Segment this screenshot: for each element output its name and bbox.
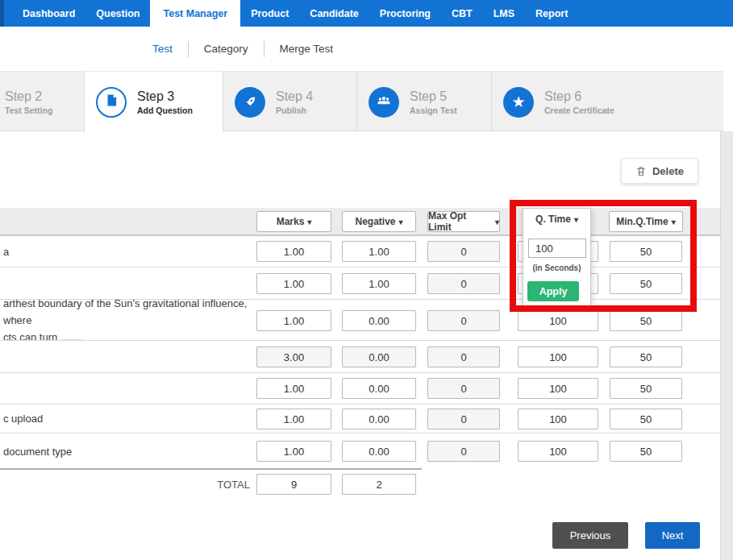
max-opt-input[interactable] [427,441,500,462]
marks-input[interactable] [256,441,331,462]
total-marks-value [256,474,331,495]
q-time-filter-button[interactable]: Q. Time▾ [523,214,590,225]
question-text: arthest boundary of the Sun's gravitatio… [3,300,250,340]
max-opt-input[interactable] [427,273,500,294]
total-negative-value [342,474,416,495]
chevron-down-icon: ▾ [495,218,499,226]
q-time-bulk-input[interactable] [528,239,586,258]
question-text: document type [3,433,250,469]
marks-input[interactable] [256,409,331,429]
next-button[interactable]: Next [645,522,700,549]
step-4-circle [235,87,265,118]
step-6-create-certificate[interactable]: ★ Step 6 Create Certificate [492,72,723,132]
nav-item-product[interactable]: Product [240,0,299,27]
apply-button[interactable]: Apply [527,281,579,301]
step-title: Step 3 [137,89,193,104]
marks-input[interactable] [256,310,331,331]
step-6-circle: ★ [503,87,534,118]
nav-item-lms[interactable]: LMS [483,0,525,27]
min-q-time-input[interactable] [610,310,682,331]
step-title: Step 4 [276,89,313,104]
negative-input[interactable] [342,346,416,367]
marks-input[interactable] [256,273,331,294]
q-time-input[interactable] [518,378,598,399]
min-q-time-filter-button[interactable]: Min.Q.Time▾ [609,211,683,232]
step-4-publish[interactable]: Step 4 Publish [223,72,357,132]
q-time-input[interactable] [518,310,598,331]
q-time-dropdown-popup: Q. Time▾ (in Seconds) Apply [523,208,591,307]
total-label: TOTAL [185,474,250,495]
q-time-header-label: Q. Time [535,214,571,225]
nav-item-cbt[interactable]: CBT [441,0,483,27]
min-q-time-input[interactable] [610,378,682,399]
nav-item-proctoring[interactable]: Proctoring [369,0,441,27]
max-opt-input[interactable] [427,241,500,262]
negative-input[interactable] [342,310,416,331]
step-2-test-setting[interactable]: Step 2 Test Setting [0,72,85,132]
document-icon [105,93,119,110]
min-q-time-input[interactable] [610,346,682,367]
negative-input[interactable] [342,241,416,262]
marks-filter-button[interactable]: Marks▾ [256,211,331,232]
subnav-tab-merge-test[interactable]: Merge Test [264,43,349,55]
step-5-assign-test[interactable]: Step 5 Assign Test [357,72,492,132]
step-subtitle: Create Certificate [544,106,614,115]
step-wizard: Step 2 Test Setting Step 3 Add Question … [0,71,723,131]
max-opt-limit-filter-button[interactable]: Max Opt Limit▾ [427,211,500,232]
table-row: a [0,236,720,268]
table-row [0,341,720,373]
chevron-down-icon: ▾ [672,218,676,226]
question-text: c upload [3,404,250,433]
step-3-add-question[interactable]: Step 3 Add Question [85,72,223,132]
seconds-hint-label: (in Seconds) [523,263,590,272]
trash-icon [635,165,647,177]
nav-item-question[interactable]: Question [85,0,150,27]
page-background-strip [720,131,733,560]
table-row: arthest boundary of the Sun's gravitatio… [0,300,720,341]
chevron-down-icon: ▾ [574,215,578,224]
max-opt-input[interactable] [427,409,500,429]
negative-input[interactable] [342,273,416,294]
subnav-tab-test[interactable]: Test [137,43,188,55]
negative-header-label: Negative [355,216,395,227]
top-navbar: Dashboard Question Test Manager Product … [0,0,733,27]
question-text [3,341,250,372]
nav-item-test-manager[interactable]: Test Manager [150,0,240,27]
chevron-down-icon: ▾ [307,218,311,226]
marks-input[interactable] [256,346,331,367]
step-3-circle [96,87,127,118]
min-q-time-header-label: Min.Q.Time [616,216,668,227]
max-opt-input[interactable] [427,346,500,367]
marks-input[interactable] [256,241,331,262]
min-q-time-input[interactable] [610,409,682,429]
delete-button[interactable]: Delete [621,158,698,184]
step-subtitle: Assign Test [410,106,457,115]
subnav-tab-category[interactable]: Category [189,43,264,55]
marks-input[interactable] [256,378,331,399]
previous-button[interactable]: Previous [552,522,628,549]
table-row: document type [0,433,720,469]
negative-input[interactable] [342,409,416,429]
nav-item-candidate[interactable]: Candidate [299,0,369,27]
step-subtitle: Add Question [137,106,193,115]
min-q-time-input[interactable] [610,273,682,294]
min-q-time-input[interactable] [610,441,682,462]
negative-filter-button[interactable]: Negative▾ [342,211,416,232]
chevron-down-icon: ▾ [399,218,403,226]
subnav: Test Category Merge Test [0,27,733,71]
nav-item-report[interactable]: Report [525,0,578,27]
q-time-input[interactable] [518,346,598,367]
step-subtitle: Publish [276,106,313,115]
q-time-input[interactable] [518,441,598,462]
max-opt-input[interactable] [427,310,500,331]
max-opt-input[interactable] [427,378,500,399]
min-q-time-input[interactable] [610,241,682,262]
question-text [3,268,250,299]
nav-item-dashboard[interactable]: Dashboard [12,0,85,27]
negative-input[interactable] [342,378,416,399]
nav-items: Dashboard Question Test Manager Product … [12,0,578,27]
q-time-input[interactable] [518,409,598,429]
step-title: Step 5 [410,89,457,104]
step-title: Step 2 [5,89,52,104]
negative-input[interactable] [342,441,416,462]
